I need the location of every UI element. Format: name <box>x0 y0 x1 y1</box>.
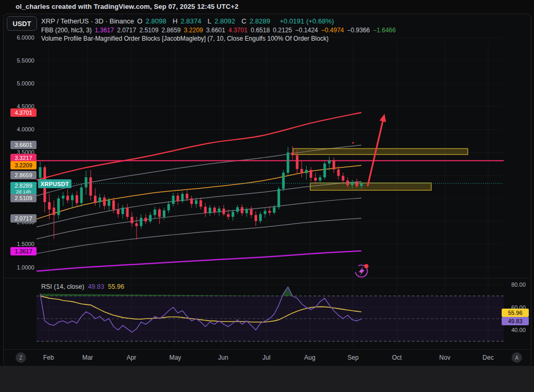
footer-bar: TradingView <box>0 366 534 392</box>
ohlc-l: L2.8092 <box>208 17 238 25</box>
price-change: +0.0191 (+0.68%) <box>280 17 334 25</box>
indicator-fbb-title: FBB (200, hlc3, 3) <box>41 27 92 34</box>
tradingview-snapshot: ol_charles created with TradingView.com,… <box>0 0 534 392</box>
symbol-title: XRP / TetherUS · 3D · Binance <box>41 17 134 25</box>
quote-currency-button[interactable]: USDT <box>7 16 37 31</box>
chart-panel <box>3 14 531 367</box>
price-axis-badge: 2.8659 <box>10 171 37 179</box>
fbb-value: −0.1424 <box>295 27 318 34</box>
ohlc-c: C2.8289 <box>241 17 273 25</box>
snapshot-attribution: ol_charles created with TradingView.com,… <box>16 3 238 10</box>
timezone-button[interactable]: Z <box>16 352 26 363</box>
price-axis-label: 1.0000 <box>7 264 34 271</box>
fbb-value: 3.2209 <box>184 27 203 34</box>
ohlc-o: O2.8098 <box>137 17 169 25</box>
rsi-axis-label: 80.00 <box>499 281 526 288</box>
time-axis-label[interactable]: Mar <box>82 354 93 361</box>
legend-symbol-row[interactable]: XRP / TetherUS · 3D · BinanceO2.8098H2.8… <box>41 17 337 25</box>
time-axis-label[interactable]: Sep <box>347 354 358 361</box>
ohlc-h: H2.8374 <box>173 17 204 25</box>
fbb-value: 1.3617 <box>95 27 114 34</box>
time-axis-label[interactable]: Apr <box>127 354 137 361</box>
price-axis-badge: 1.3617 <box>10 247 37 255</box>
fbb-value: −0.4974 <box>321 27 344 34</box>
legend-volume-profile-row[interactable]: Volume Profile Bar-Magnified Order Block… <box>41 35 329 42</box>
fbb-value: 0.2125 <box>273 27 292 34</box>
rsi-axis-badge: 49.83 <box>502 317 529 325</box>
fbb-value: 4.3701 <box>228 27 248 34</box>
price-axis-badge: 3.6601 <box>10 141 37 149</box>
legend-fbb-row[interactable]: FBB (200, hlc3, 3)1.36172.07172.51092.86… <box>41 27 402 34</box>
rsi-value: 49.83 <box>88 283 104 290</box>
price-axis-badge: 2.5109 <box>10 194 37 202</box>
fbb-value: 3.6601 <box>206 27 225 34</box>
fbb-value: 0.6518 <box>251 27 270 34</box>
time-axis-label[interactable]: Aug <box>304 354 315 361</box>
rsi-title: RSI (14, close) <box>41 283 84 290</box>
price-axis-badge: 4.3701 <box>10 108 37 117</box>
rsi-axis-label: 40.00 <box>499 326 526 334</box>
time-axis-label[interactable]: Jun <box>218 354 228 361</box>
current-price-badge: 2.8289 2d 14h <box>10 182 37 195</box>
price-axis-label: 5.5000 <box>7 57 34 64</box>
fbb-value: −1.6466 <box>373 27 396 34</box>
time-axis-label[interactable]: Oct <box>392 354 402 361</box>
fbb-value: 2.5109 <box>139 27 159 34</box>
price-axis-badge: 2.0717 <box>10 214 37 223</box>
price-axis-label: 1.5000 <box>7 240 34 248</box>
fbb-value: 2.8659 <box>162 27 181 34</box>
rsi-axis-badge: 55.96 <box>502 309 529 317</box>
time-axis-label[interactable]: Feb <box>43 354 54 361</box>
fbb-value: −0.9366 <box>347 27 370 34</box>
fbb-value: 2.0717 <box>117 27 136 34</box>
price-axis-label: 4.0000 <box>7 126 34 133</box>
time-axis-label[interactable]: May <box>169 354 181 361</box>
time-axis-label[interactable]: Dec <box>482 354 493 361</box>
rsi-ma-value: 55.96 <box>108 283 124 290</box>
price-line-symbol-label: XRPUSDT <box>38 179 71 188</box>
time-axis-label[interactable]: Jul <box>262 354 270 361</box>
price-axis-label: 5.0000 <box>7 80 34 87</box>
price-axis-badge: 3.2209 <box>10 161 37 169</box>
rsi-legend-row[interactable]: RSI (14, close)49.8355.96 <box>41 283 128 290</box>
auto-scale-button[interactable]: A <box>512 352 522 363</box>
current-price: 2.8289 <box>15 183 32 189</box>
time-axis-label[interactable]: Nov <box>439 354 450 361</box>
bar-countdown: 2d 14h <box>16 189 31 194</box>
price-axis-label: 6.0000 <box>7 34 34 41</box>
